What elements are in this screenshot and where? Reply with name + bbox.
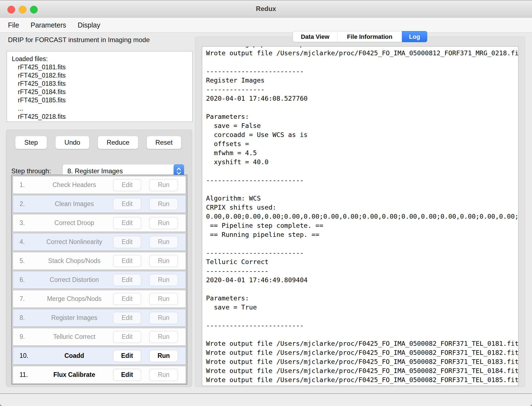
loaded-file: rFT425_0181.fits xyxy=(12,63,192,71)
step-name: Merge Chops/Nods xyxy=(35,295,113,303)
tab-file-information[interactable]: File Information xyxy=(337,31,402,42)
step-number: 9. xyxy=(20,333,35,341)
loaded-file: rFT425_0183.fits xyxy=(12,79,192,88)
edit-button: Edit xyxy=(113,179,141,191)
tab-bar: Data ViewFile InformationLog xyxy=(293,31,427,42)
run-button: Run xyxy=(149,236,178,248)
edit-button: Edit xyxy=(113,274,141,286)
reduce-button[interactable]: Reduce xyxy=(98,136,138,149)
reset-button[interactable]: Reset xyxy=(147,136,181,149)
step-number: 1. xyxy=(20,181,35,189)
menu-item-file[interactable]: File xyxy=(8,18,19,32)
log-output[interactable]: == Running pipeline step. == Wrote outpu… xyxy=(202,46,519,386)
step-number: 3. xyxy=(20,219,35,227)
step-number: 4. xyxy=(20,238,35,246)
loaded-file: rFT425_0218.fits xyxy=(12,113,192,121)
edit-button: Edit xyxy=(113,331,141,343)
edit-button: Edit xyxy=(113,217,141,229)
step-row-stack-chops-nods: 5.Stack Chops/NodsEditRun xyxy=(13,252,186,270)
loaded-files-list: rFT425_0181.fitsrFT425_0182.fitsrFT425_0… xyxy=(12,63,192,121)
undo-button[interactable]: Undo xyxy=(55,136,89,149)
tab-log[interactable]: Log xyxy=(402,31,427,42)
mode-label: DRIP for FORCAST instrument in Imaging m… xyxy=(8,36,150,44)
step-number: 7. xyxy=(20,295,35,303)
loaded-file: rFT425_0182.fits xyxy=(12,71,192,79)
step-number: 8. xyxy=(20,314,35,322)
tab-pane: == Running pipeline step. == Wrote outpu… xyxy=(195,37,525,387)
edit-button: Edit xyxy=(113,236,141,248)
step-number: 6. xyxy=(20,276,35,284)
title-bar[interactable]: Redux xyxy=(0,0,532,18)
status-bar xyxy=(0,394,532,406)
step-name: Correct Distortion xyxy=(35,276,113,284)
step-row-flux-calibrate: 11.Flux CalibrateEditRun xyxy=(13,366,186,384)
run-button: Run xyxy=(149,331,178,343)
edit-button[interactable]: Edit xyxy=(113,350,141,362)
run-button: Run xyxy=(149,198,178,210)
step-name: Check Headers xyxy=(35,181,113,189)
step-number: 5. xyxy=(20,257,35,265)
loaded-files-box: Loaded files: rFT425_0181.fitsrFT425_018… xyxy=(7,51,193,122)
log-text: Wrote output file /Users/mjclarke/proc/F… xyxy=(206,49,518,385)
step-number: 2. xyxy=(20,200,35,208)
edit-button: Edit xyxy=(113,293,141,305)
run-button: Run xyxy=(149,217,178,229)
run-button: Run xyxy=(149,369,178,381)
step-name: Register Images xyxy=(35,314,113,322)
run-button: Run xyxy=(149,255,178,267)
edit-button: Edit xyxy=(113,312,141,324)
loaded-files-header: Loaded files: xyxy=(12,55,192,63)
step-row-correct-droop: 3.Correct DroopEditRun xyxy=(13,214,186,232)
step-row-register-images: 8.Register ImagesEditRun xyxy=(13,309,186,327)
run-button: Run xyxy=(149,274,178,286)
log-clipped-line: == Running pipeline step. == xyxy=(206,46,518,49)
step-row-correct-distortion: 6.Correct DistortionEditRun xyxy=(13,271,186,289)
loaded-file: rFT425_0184.fits xyxy=(12,88,192,96)
app-window: Redux FileParametersDisplay DRIP for FOR… xyxy=(0,0,532,406)
step-name: Stack Chops/Nods xyxy=(35,257,113,265)
step-name: Correct Nonlinearity xyxy=(35,238,113,246)
step-button[interactable]: Step xyxy=(15,136,47,149)
menu-item-display[interactable]: Display xyxy=(78,18,100,32)
step-row-coadd: 10.CoaddEditRun xyxy=(13,347,186,365)
loaded-file: rFT425_0185.fits xyxy=(12,96,192,104)
step-name: Flux Calibrate xyxy=(35,371,113,378)
menu-bar: FileParametersDisplay xyxy=(0,18,532,32)
steps-list: 1.Check HeadersEditRun2.Clean ImagesEdit… xyxy=(11,175,187,385)
step-row-clean-images: 2.Clean ImagesEditRun xyxy=(13,195,186,213)
tab-data-view[interactable]: Data View xyxy=(293,31,337,42)
loaded-file: ... xyxy=(12,104,192,113)
step-number: 11. xyxy=(20,371,35,378)
run-button: Run xyxy=(149,293,178,305)
pipeline-panel: Step Undo Reduce Reset Step through: 8. … xyxy=(6,130,192,387)
step-row-telluric-correct: 9.Telluric CorrectEditRun xyxy=(13,328,186,346)
run-button: Run xyxy=(149,312,178,324)
edit-button: Edit xyxy=(113,255,141,267)
step-name: Correct Droop xyxy=(35,219,113,227)
run-button: Run xyxy=(149,179,178,191)
step-row-correct-nonlinearity: 4.Correct NonlinearityEditRun xyxy=(13,233,186,251)
menu-item-parameters[interactable]: Parameters xyxy=(31,18,66,32)
step-name: Clean Images xyxy=(35,200,113,208)
edit-button[interactable]: Edit xyxy=(113,369,141,381)
edit-button: Edit xyxy=(113,198,141,210)
step-number: 10. xyxy=(20,352,35,360)
pipeline-controls: Step Undo Reduce Reset xyxy=(15,136,181,149)
step-row-merge-chops-nods: 7.Merge Chops/NodsEditRun xyxy=(13,290,186,308)
run-button[interactable]: Run xyxy=(149,350,178,362)
step-name: Telluric Correct xyxy=(35,333,113,341)
step-row-check-headers: 1.Check HeadersEditRun xyxy=(13,176,186,194)
window-title: Redux xyxy=(0,0,532,18)
step-name: Coadd xyxy=(35,352,113,360)
